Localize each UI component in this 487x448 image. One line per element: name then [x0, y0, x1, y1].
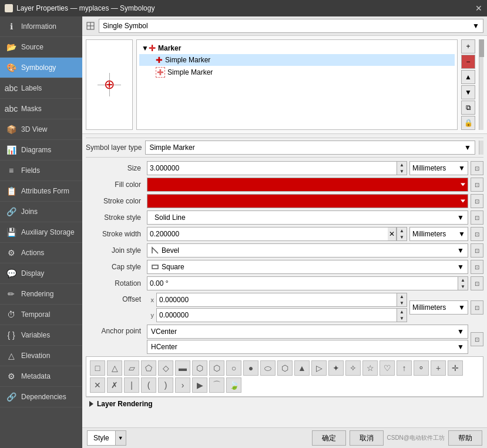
- shape-circle2[interactable]: ●: [243, 360, 258, 376]
- rotation-data-define-btn[interactable]: ⊡: [471, 276, 483, 290]
- shape-chevron[interactable]: ›: [175, 377, 190, 393]
- stroke-width-down-btn[interactable]: ▼: [397, 234, 407, 240]
- offset-y-input[interactable]: [156, 308, 397, 322]
- shape-hexagon2[interactable]: ⬡: [209, 360, 224, 376]
- sidebar-item-display[interactable]: 💬Display: [0, 263, 82, 284]
- shape-parallelogram[interactable]: ▱: [124, 360, 139, 376]
- shape-plus[interactable]: +: [431, 360, 446, 376]
- tree-item-simple-marker-2[interactable]: ✚ Simple Marker: [139, 66, 455, 79]
- close-button[interactable]: ✕: [475, 4, 482, 13]
- style-main-btn[interactable]: Style: [88, 431, 115, 445]
- sidebar-item-rendering[interactable]: ✏Rendering: [0, 284, 82, 305]
- shape-triangle3[interactable]: ▷: [311, 360, 327, 376]
- stroke-style-dropdown[interactable]: Solid Line ▼: [147, 210, 468, 225]
- symbol-layer-type-dropdown[interactable]: Simple Marker ▼: [145, 141, 475, 155]
- sidebar-item-labels[interactable]: abcLabels: [0, 78, 82, 99]
- shape-rectangle[interactable]: ▬: [175, 360, 190, 376]
- stroke-color-data-define-btn[interactable]: ⊡: [471, 194, 483, 208]
- sidebar-item-information[interactable]: ℹInformation: [0, 16, 82, 37]
- sidebar-item-dependencies[interactable]: 🔗Dependencies: [0, 387, 82, 407]
- style-arrow-btn[interactable]: ▼: [115, 431, 126, 445]
- ok-button[interactable]: 确定: [312, 430, 346, 446]
- sidebar-item-variables[interactable]: { }Variables: [0, 325, 82, 346]
- cap-style-data-define-btn[interactable]: ⊡: [471, 260, 483, 274]
- sidebar-item-diagrams[interactable]: 📊Diagrams: [0, 140, 82, 161]
- offset-y-up-btn[interactable]: ▲: [397, 309, 407, 315]
- hcenter-dropdown[interactable]: HCenter ▼: [147, 340, 468, 354]
- rotation-down-btn[interactable]: ▼: [458, 283, 468, 290]
- shape-arrow-right[interactable]: ▶: [192, 377, 207, 393]
- shape-x2[interactable]: ✗: [107, 377, 122, 393]
- size-data-define-btn[interactable]: ⊡: [471, 161, 483, 175]
- help-button[interactable]: 帮助: [448, 430, 482, 446]
- stroke-width-clear-btn[interactable]: ✕: [388, 227, 397, 241]
- shape-cross-thick[interactable]: ✛: [448, 360, 463, 376]
- fill-color-data-define-btn[interactable]: ⊡: [471, 178, 483, 192]
- size-input[interactable]: [147, 161, 397, 175]
- sidebar-item-3d-view[interactable]: 📦3D View: [0, 119, 82, 140]
- tree-item-marker[interactable]: ▼ ✛ Marker: [139, 42, 455, 54]
- shape-triangle2[interactable]: ▲: [294, 360, 310, 376]
- fill-color-btn[interactable]: [147, 178, 468, 192]
- shape-pentagon[interactable]: ⬠: [141, 360, 156, 376]
- remove-symbol-btn[interactable]: −: [461, 55, 475, 69]
- offset-x-up-btn[interactable]: ▲: [397, 293, 407, 300]
- sidebar-item-source[interactable]: 📂Source: [0, 37, 82, 58]
- sidebar-item-temporal[interactable]: ⏱Temporal: [0, 305, 82, 325]
- stroke-width-up-btn[interactable]: ▲: [397, 228, 407, 234]
- sidebar-item-actions[interactable]: ⚙Actions: [0, 243, 82, 263]
- size-down-btn[interactable]: ▼: [397, 168, 407, 175]
- stroke-width-unit-dropdown[interactable]: Millimeters ▼: [409, 227, 468, 241]
- move-down-btn[interactable]: ▼: [461, 85, 475, 99]
- sidebar-item-metadata[interactable]: ⚙Metadata: [0, 366, 82, 387]
- scroll-thumb[interactable]: [479, 39, 484, 57]
- shape-ellipse[interactable]: ⬭: [260, 360, 276, 376]
- offset-data-define-btn[interactable]: ⊡: [471, 300, 483, 315]
- shape-arc-left[interactable]: (: [141, 377, 156, 393]
- shape-diamond[interactable]: ◇: [158, 360, 173, 376]
- layer-rendering-section[interactable]: Layer Rendering: [86, 397, 483, 410]
- offset-y-down-btn[interactable]: ▼: [397, 315, 407, 322]
- shape-circle1[interactable]: ○: [226, 360, 241, 376]
- shape-hexagon1[interactable]: ⬡: [192, 360, 207, 376]
- sidebar-item-attributes-form[interactable]: 📋Attributes Form: [0, 181, 82, 202]
- shape-star8[interactable]: ✧: [345, 360, 361, 376]
- move-up-btn[interactable]: ▲: [461, 70, 475, 84]
- cap-style-dropdown[interactable]: Square ▼: [147, 260, 468, 274]
- join-style-dropdown[interactable]: Bevel ▼: [147, 243, 468, 258]
- anchor-data-define-btn[interactable]: ⊡: [471, 332, 483, 346]
- join-style-data-define-btn[interactable]: ⊡: [471, 243, 483, 258]
- offset-x-down-btn[interactable]: ▼: [397, 300, 407, 306]
- shape-filled-circle[interactable]: ⚬: [414, 360, 429, 376]
- stroke-color-btn[interactable]: [147, 194, 468, 208]
- sidebar-item-joins[interactable]: 🔗Joins: [0, 202, 82, 222]
- shape-square[interactable]: □: [90, 360, 105, 376]
- stroke-width-input[interactable]: [147, 227, 388, 241]
- size-up-btn[interactable]: ▲: [397, 162, 407, 168]
- shape-line[interactable]: |: [124, 377, 139, 393]
- shape-triangle[interactable]: △: [107, 360, 122, 376]
- rotation-input[interactable]: [147, 276, 458, 290]
- shape-arc-right[interactable]: ): [158, 377, 173, 393]
- shape-hexagon3[interactable]: ⬡: [277, 360, 293, 376]
- shape-heart[interactable]: ♡: [379, 360, 395, 376]
- shape-star[interactable]: ☆: [362, 360, 378, 376]
- vcenter-dropdown[interactable]: VCenter ▼: [147, 325, 468, 339]
- offset-x-input[interactable]: [156, 293, 397, 307]
- sidebar-item-symbology[interactable]: 🎨Symbology: [0, 58, 82, 78]
- tree-item-simple-marker-1[interactable]: ✚ Simple Marker: [139, 54, 455, 66]
- size-unit-dropdown[interactable]: Millimeters ▼: [409, 161, 468, 175]
- shape-arrow-up[interactable]: ↑: [397, 360, 412, 376]
- duplicate-btn[interactable]: ⧉: [461, 101, 475, 115]
- cancel-button[interactable]: 取消: [350, 430, 384, 446]
- sidebar-item-auxiliary-storage[interactable]: 💾Auxiliary Storage: [0, 222, 82, 243]
- shape-star4[interactable]: ✦: [328, 360, 344, 376]
- stroke-width-data-define-btn[interactable]: ⊡: [471, 227, 483, 241]
- shape-x[interactable]: ✕: [90, 377, 105, 393]
- add-symbol-btn[interactable]: +: [461, 39, 475, 54]
- single-symbol-dropdown[interactable]: Single Symbol ▼: [99, 19, 483, 33]
- sidebar-item-fields[interactable]: ≡Fields: [0, 161, 82, 181]
- offset-unit-dropdown[interactable]: Millimeters ▼: [409, 300, 468, 315]
- stroke-style-data-define-btn[interactable]: ⊡: [471, 210, 483, 225]
- shape-leaf[interactable]: 🍃: [226, 377, 241, 393]
